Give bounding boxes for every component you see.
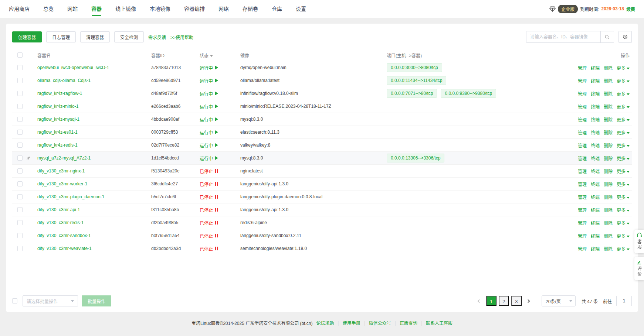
status-badge[interactable]: 运行中 [200,65,218,71]
row-checkbox[interactable] [17,104,23,109]
help-link[interactable]: >>使用帮助 [170,34,193,40]
row-action-delete[interactable]: 删除 [604,195,613,200]
status-badge[interactable]: 运行中 [200,116,218,123]
container-name-link[interactable]: mysql_a7z2-mysql_A7z2-1 [37,155,91,161]
batch-operation-select[interactable]: 请选择批量操作 [23,295,78,306]
settings-button[interactable] [618,31,632,43]
container-name-link[interactable]: ollama_cdjs-ollama_Cdjs-1 [37,78,91,83]
status-badge[interactable]: 已停止 [200,181,218,187]
container-name-link[interactable]: dify_v130_c3mr-weaviate-1 [37,246,92,251]
container-name-link[interactable]: dify_v130_c3mr-plugin_daemon-1 [37,194,104,199]
row-action-more[interactable]: 更多 [617,117,630,123]
row-action-terminal[interactable]: 终端 [591,208,600,213]
customer-service-button[interactable]: 客服 [634,230,644,253]
row-action-terminal[interactable]: 终端 [591,92,600,97]
container-name-link[interactable]: ragflow_kr4z-minio-1 [37,104,78,109]
row-action-terminal[interactable]: 终端 [591,117,600,123]
status-badge[interactable]: 运行中 [200,155,218,161]
row-action-delete[interactable]: 删除 [604,221,613,226]
nav-item-volume[interactable]: 存储卷 [243,0,258,18]
nav-item-online-image[interactable]: 线上镜像 [115,0,136,18]
row-checkbox[interactable] [17,233,23,238]
page-button-2[interactable]: 2 [499,296,509,306]
row-action-terminal[interactable]: 终端 [591,234,600,239]
footer-link-forum-help[interactable]: 论坛求助 [316,320,334,326]
row-checkbox[interactable] [17,65,23,70]
row-action-manage[interactable]: 管理 [578,66,587,71]
page-button-3[interactable]: 3 [511,296,522,306]
nav-item-website[interactable]: 网站 [67,0,78,18]
row-action-more[interactable]: 更多 [617,156,630,161]
row-action-more[interactable]: 更多 [617,182,630,187]
review-button[interactable]: 评价 [634,257,644,280]
nav-item-overview[interactable]: 总览 [43,0,54,18]
search-input[interactable] [526,31,600,42]
row-checkbox[interactable] [17,130,23,135]
footer-link-contact-support[interactable]: 联系人工客服 [426,320,453,326]
row-action-manage[interactable]: 管理 [578,195,587,200]
row-action-terminal[interactable]: 终端 [591,195,600,200]
row-checkbox[interactable] [17,78,23,83]
container-name-link[interactable]: ragflow_kr4z-es01-1 [37,130,78,135]
container-name-link[interactable]: dify_v130_c3mr-web-1 [37,259,82,259]
row-action-manage[interactable]: 管理 [578,247,587,252]
nav-item-container[interactable]: 容器 [91,0,102,18]
batch-operation-button[interactable]: 批量操作 [82,295,111,306]
container-name-link[interactable]: dify_v130_c3mr-redis-1 [37,220,84,225]
row-action-manage[interactable]: 管理 [578,143,587,148]
prev-page-button[interactable] [474,296,485,306]
row-action-terminal[interactable]: 终端 [591,143,600,148]
row-action-more[interactable]: 更多 [617,221,630,226]
row-action-delete[interactable]: 删除 [604,182,613,187]
container-name-link[interactable]: ragflow_kr4z-ragflow-1 [37,91,82,96]
container-name-link[interactable]: ragflow_kr4z-mysql-1 [37,117,79,122]
status-badge[interactable]: 运行中 [200,129,218,136]
status-badge[interactable]: 运行中 [200,78,218,84]
row-action-delete[interactable]: 删除 [604,156,613,161]
row-action-terminal[interactable]: 终端 [591,104,600,110]
row-action-manage[interactable]: 管理 [578,221,587,226]
row-checkbox[interactable] [17,117,23,122]
row-action-delete[interactable]: 删除 [604,130,613,136]
row-action-more[interactable]: 更多 [617,247,630,252]
row-action-delete[interactable]: 删除 [604,143,613,148]
row-action-terminal[interactable]: 终端 [591,66,600,71]
row-action-manage[interactable]: 管理 [578,92,587,97]
container-name-link[interactable]: dify_v130_c3mr-api-1 [37,207,80,212]
status-badge[interactable]: 已停止 [200,207,218,213]
row-action-terminal[interactable]: 终端 [591,182,600,187]
row-action-terminal[interactable]: 终端 [591,156,600,161]
row-action-more[interactable]: 更多 [617,143,630,148]
row-action-delete[interactable]: 删除 [604,66,613,71]
status-badge[interactable]: 已停止 [200,246,218,252]
next-page-button[interactable] [523,296,533,306]
row-action-manage[interactable]: 管理 [578,182,587,187]
row-action-more[interactable]: 更多 [617,104,630,110]
row-action-terminal[interactable]: 终端 [591,247,600,252]
batch-select-all-checkbox[interactable] [12,298,17,304]
status-badge[interactable]: 运行中 [200,90,218,97]
row-action-more[interactable]: 更多 [617,66,630,71]
renew-link[interactable]: 续费 [626,6,635,12]
nav-item-repository[interactable]: 仓库 [272,0,282,18]
row-action-manage[interactable]: 管理 [578,156,587,161]
row-checkbox[interactable] [17,91,23,96]
row-action-manage[interactable]: 管理 [578,169,587,174]
footer-link-genuine-check[interactable]: 正版查询 [400,320,417,326]
nav-item-local-image[interactable]: 本地镜像 [150,0,170,18]
status-badge[interactable]: 已停止 [200,220,218,226]
row-checkbox[interactable] [17,155,23,161]
footer-link-wechat[interactable]: 微信公众号 [369,320,391,326]
row-checkbox[interactable] [17,194,23,199]
row-checkbox[interactable] [17,207,23,212]
select-all-checkbox[interactable] [17,52,23,58]
log-management-button[interactable]: 日志管理 [46,31,76,42]
row-action-terminal[interactable]: 终端 [591,169,600,174]
row-checkbox[interactable] [17,246,23,251]
row-action-delete[interactable]: 删除 [604,104,613,110]
container-name-link[interactable]: dify_v130_c3mr-nginx-1 [37,168,85,174]
row-checkbox[interactable] [17,168,23,174]
row-checkbox[interactable] [17,220,23,225]
container-name-link[interactable]: dify_v130_c3mr-worker-1 [37,181,87,186]
footer-link-manual[interactable]: 使用手册 [343,320,360,326]
